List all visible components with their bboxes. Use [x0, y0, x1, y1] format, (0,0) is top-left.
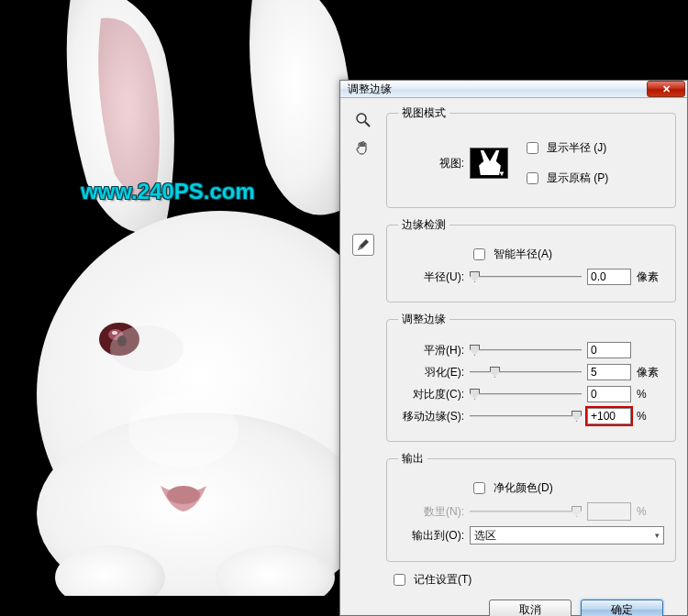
- view-thumbnail[interactable]: ▼: [470, 148, 508, 179]
- smooth-slider[interactable]: [470, 342, 582, 358]
- contrast-slider[interactable]: [470, 386, 582, 402]
- hand-tool[interactable]: [352, 137, 374, 159]
- show-radius-label: 显示半径 (J): [547, 140, 606, 156]
- chevron-down-icon: ▾: [655, 531, 660, 540]
- radius-label: 半径(U):: [398, 270, 464, 285]
- tool-column: [350, 109, 377, 256]
- show-original-row[interactable]: 显示原稿 (P): [523, 170, 664, 187]
- shift-edge-input[interactable]: [587, 408, 631, 424]
- smooth-input[interactable]: [587, 342, 631, 358]
- view-mode-group: 视图模式 视图: ▼ 显示半径 (J) 显示原稿 (P): [386, 105, 676, 208]
- show-original-label: 显示原稿 (P): [547, 170, 608, 186]
- smart-radius-label: 智能半径(A): [494, 247, 552, 262]
- output-to-select[interactable]: 选区 ▾: [470, 526, 664, 544]
- view-mode-legend: 视图模式: [398, 105, 449, 121]
- edge-detection-legend: 边缘检测: [398, 217, 449, 233]
- smooth-label: 平滑(H):: [398, 343, 464, 358]
- shift-edge-unit: %: [637, 410, 664, 423]
- smart-radius-checkbox[interactable]: [473, 248, 485, 260]
- feather-label: 羽化(E):: [398, 365, 464, 380]
- chevron-down-icon: ▼: [498, 170, 505, 178]
- radius-input[interactable]: [587, 269, 631, 285]
- svg-point-10: [128, 394, 239, 468]
- show-radius-row[interactable]: 显示半径 (J): [523, 139, 664, 157]
- show-original-checkbox[interactable]: [527, 172, 538, 184]
- remember-settings-checkbox[interactable]: [394, 574, 405, 586]
- adjust-edge-legend: 调整边缘: [398, 312, 449, 327]
- output-to-label: 输出到(O):: [398, 528, 464, 544]
- radius-unit: 像素: [637, 270, 664, 285]
- feather-slider[interactable]: [470, 364, 582, 380]
- feather-unit: 像素: [637, 365, 664, 380]
- cancel-button[interactable]: 取消: [489, 600, 571, 616]
- output-to-value: 选区: [474, 528, 496, 544]
- output-legend: 输出: [398, 451, 427, 467]
- contrast-unit: %: [637, 388, 664, 401]
- amount-slider: [470, 503, 582, 520]
- svg-point-11: [357, 114, 366, 123]
- adjust-edge-group: 调整边缘 平滑(H): 羽化(E): 像素 对比度(C):: [386, 312, 676, 442]
- purify-colors-label: 净化颜色(D): [494, 480, 553, 496]
- refine-edge-dialog: 调整边缘 ✕ 视图模式 视图: ▼: [339, 80, 688, 616]
- output-group: 输出 净化颜色(D) 数里(N): % 输出到(O): 选区 ▾: [386, 451, 676, 562]
- edge-detection-group: 边缘检测 智能半径(A) 半径(U): 像素: [386, 217, 676, 302]
- svg-line-12: [365, 122, 370, 126]
- purify-colors-checkbox[interactable]: [473, 482, 485, 494]
- amount-label: 数里(N):: [398, 504, 464, 520]
- svg-point-7: [112, 331, 117, 335]
- ok-button[interactable]: 确定: [581, 600, 663, 616]
- feather-input[interactable]: [587, 364, 631, 380]
- radius-slider[interactable]: [470, 269, 582, 285]
- rabbit-image: [0, 0, 385, 596]
- shift-edge-label: 移动边缘(S):: [398, 409, 464, 424]
- close-button[interactable]: ✕: [647, 81, 685, 97]
- brush-tool[interactable]: [352, 234, 374, 256]
- contrast-input[interactable]: [587, 386, 631, 402]
- watermark-240ps: www.240PS.com: [81, 179, 255, 204]
- titlebar[interactable]: 调整边缘 ✕: [340, 81, 687, 98]
- contrast-label: 对比度(C):: [398, 387, 464, 402]
- show-radius-checkbox[interactable]: [527, 142, 538, 154]
- svg-point-9: [110, 325, 183, 371]
- remember-settings-label: 记住设置(T): [414, 572, 472, 588]
- amount-unit: %: [637, 505, 664, 518]
- shift-edge-slider[interactable]: [470, 408, 582, 424]
- close-icon: ✕: [662, 83, 671, 95]
- dialog-title: 调整边缘: [348, 82, 647, 97]
- view-label: 视图:: [398, 156, 464, 171]
- zoom-tool[interactable]: [352, 109, 374, 131]
- svg-point-8: [167, 486, 200, 504]
- amount-input-disabled: [587, 502, 631, 521]
